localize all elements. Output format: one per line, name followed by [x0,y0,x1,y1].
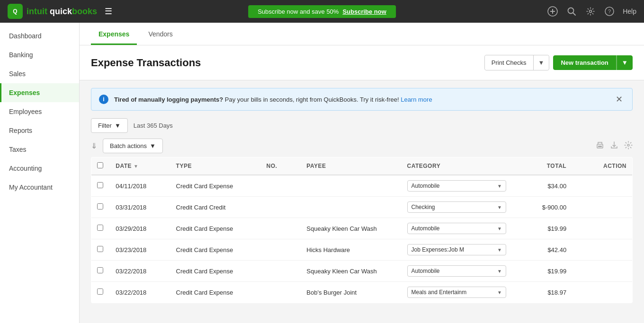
row-category[interactable]: Automobile ▼ [402,261,512,282]
subscribe-now-button[interactable]: Subscribe now [342,8,386,15]
sidebar-item-banking[interactable]: Banking [0,45,79,64]
row-checkbox-cell[interactable] [91,218,110,239]
filter-button[interactable]: Filter ▼ [91,118,128,133]
row-checkbox[interactable] [97,203,103,210]
hamburger-menu-icon[interactable]: ☰ [105,6,112,17]
row-type: Credit Card Expense [170,239,261,261]
row-checkbox-cell[interactable] [91,282,110,303]
row-checkbox-cell[interactable] [91,175,110,197]
sidebar-item-reports[interactable]: Reports [0,121,79,140]
main-layout: Dashboard Banking Sales Expenses Employe… [0,23,644,323]
search-icon[interactable] [566,6,577,17]
print-checks-button[interactable]: Print Checks [485,55,534,70]
row-category[interactable]: Meals and Entertainm ▼ [402,282,512,303]
category-select-dropdown[interactable]: Automobile ▼ [407,180,506,192]
help-circle-icon[interactable]: ? [604,6,615,17]
print-checks-dropdown-button[interactable]: ▼ [534,55,549,70]
page-header: Expense Transactions Print Checks ▼ New … [80,45,644,80]
row-category[interactable]: Automobile ▼ [402,175,512,197]
row-checkbox[interactable] [97,182,103,188]
table-toolbar: ⇓ Batch actions ▼ [80,139,644,157]
sidebar: Dashboard Banking Sales Expenses Employe… [0,23,80,323]
row-date: 03/22/2018 [110,261,170,282]
header-actions: Print Checks ▼ New transaction ▼ [484,55,633,70]
date-column-header[interactable]: DATE ▼ [110,157,170,175]
table-row: 03/23/2018 Credit Card Expense Hicks Har… [91,239,633,261]
select-all-checkbox[interactable] [97,162,103,168]
subscribe-text: Subscribe now and save 50% [258,8,339,15]
print-icon[interactable] [596,141,604,151]
category-dropdown-icon: ▼ [497,247,502,253]
batch-actions-dropdown-icon: ▼ [150,142,156,149]
tab-expenses[interactable]: Expenses [91,23,137,45]
svg-text:Q: Q [13,8,17,15]
sidebar-item-taxes[interactable]: Taxes [0,140,79,159]
top-nav: Q intuit quickbooks ☰ Subscribe now and … [0,0,644,23]
export-icon[interactable] [610,141,618,151]
new-transaction-dropdown-button[interactable]: ▼ [617,55,633,70]
close-banner-button[interactable]: ✕ [614,94,625,105]
settings-icon[interactable] [585,6,596,17]
category-select-dropdown[interactable]: Job Expenses:Job M ▼ [407,244,506,255]
new-transaction-button[interactable]: New transaction [553,55,616,70]
help-label[interactable]: Help [623,8,636,15]
category-select-dropdown[interactable]: Checking ▼ [407,201,506,213]
row-checkbox[interactable] [97,225,103,231]
row-type: Credit Card Expense [170,261,261,282]
row-category[interactable]: Automobile ▼ [402,218,512,239]
banner-learn-more-link[interactable]: Learn more [401,96,432,103]
payee-column-header: PAYEE [301,157,401,175]
date-header-label: DATE [116,163,132,169]
tabs-bar: Expenses Vendors [80,23,644,45]
select-all-header[interactable] [91,157,110,175]
filter-label: Filter [98,122,112,129]
banner-normal-text: Pay your bills in seconds, right from Qu… [225,96,399,103]
sort-icon[interactable]: ⇓ [91,141,97,150]
row-category[interactable]: Checking ▼ [402,197,512,218]
row-checkbox[interactable] [97,288,103,295]
category-select-dropdown[interactable]: Automobile ▼ [407,223,506,234]
sidebar-item-dashboard[interactable]: Dashboard [0,26,79,45]
info-icon: i [99,95,108,104]
row-action [572,261,632,282]
category-dropdown-icon: ▼ [497,269,502,274]
svg-point-7 [590,10,592,13]
page-title: Expense Transactions [91,57,201,69]
batch-actions-button[interactable]: Batch actions ▼ [103,139,163,153]
category-value: Automobile [411,268,440,274]
banner-bold-text: Tired of manually logging payments? [114,96,223,103]
row-payee: Bob's Burger Joint [301,282,401,303]
sidebar-item-my-accountant[interactable]: My Accountant [0,178,79,197]
sidebar-item-employees[interactable]: Employees [0,102,79,121]
category-select-dropdown[interactable]: Automobile ▼ [407,265,506,277]
column-settings-icon[interactable] [624,141,633,151]
row-category[interactable]: Job Expenses:Job M ▼ [402,239,512,261]
tab-vendors[interactable]: Vendors [141,23,180,45]
row-checkbox[interactable] [97,246,103,252]
row-payee [301,175,401,197]
date-range-label: Last 365 Days [134,122,173,129]
row-checkbox-cell[interactable] [91,197,110,218]
subscribe-banner: Subscribe now and save 50% Subscribe now [248,5,396,18]
category-value: Meals and Entertainm [411,289,467,296]
category-value: Automobile [411,183,440,189]
row-date: 03/31/2018 [110,197,170,218]
total-column-header: TOTAL [512,157,572,175]
sidebar-item-sales[interactable]: Sales [0,64,79,83]
row-checkbox-cell[interactable] [91,239,110,261]
svg-rect-11 [598,146,602,147]
sidebar-item-expenses[interactable]: Expenses [0,83,79,102]
row-checkbox[interactable] [97,267,103,273]
action-column-header: ACTION [572,157,632,175]
row-no [260,239,301,261]
category-dropdown-icon: ▼ [497,205,502,210]
row-checkbox-cell[interactable] [91,261,110,282]
row-no [260,197,301,218]
banner-text: Tired of manually logging payments? Pay … [114,96,608,103]
add-icon[interactable] [547,6,558,17]
row-date: 04/11/2018 [110,175,170,197]
sidebar-item-accounting[interactable]: Accounting [0,159,79,178]
batch-actions-label: Batch actions [110,142,147,149]
filters-area: Filter ▼ Last 365 Days [80,118,644,133]
category-select-dropdown[interactable]: Meals and Entertainm ▼ [407,287,506,298]
